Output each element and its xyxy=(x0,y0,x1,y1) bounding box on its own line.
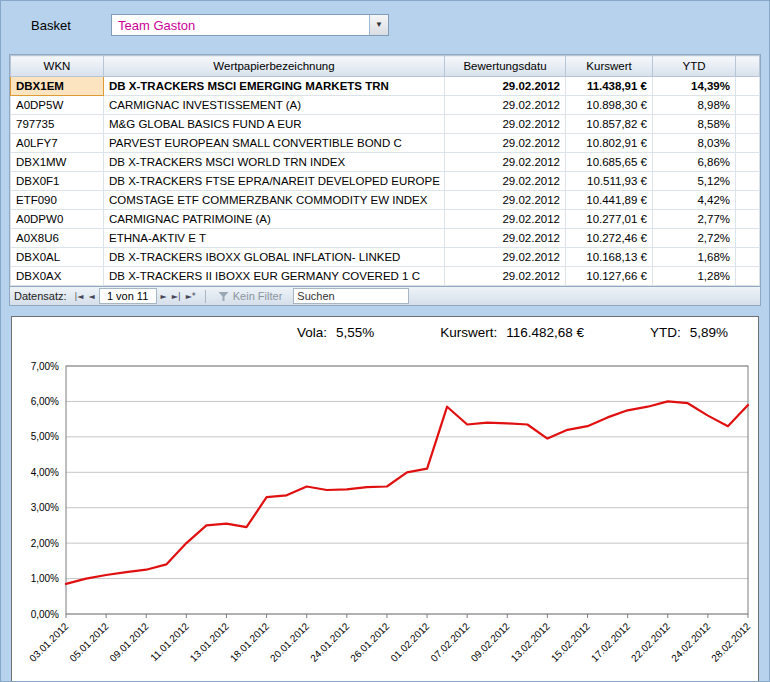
table-row[interactable]: DBX1EMDB X-TRACKERS MSCI EMERGING MARKET… xyxy=(11,77,760,96)
x-axis-tick-label: 13.01.2012 xyxy=(188,620,231,663)
new-record-button[interactable]: ►* xyxy=(185,289,197,304)
cell-wkn[interactable]: ETF090 xyxy=(11,191,104,210)
cell-name[interactable]: DB X-TRACKERS FTSE EPRA/NAREIT DEVELOPED… xyxy=(104,172,445,191)
cell-wkn[interactable]: A0DP5W xyxy=(11,96,104,115)
table-row[interactable]: 797735M&G GLOBAL BASICS FUND A EUR29.02.… xyxy=(11,115,760,134)
cell-value[interactable]: 10.685,65 € xyxy=(566,153,653,172)
cell-name[interactable]: PARVEST EUROPEAN SMALL CONVERTIBLE BOND … xyxy=(104,134,445,153)
cell-wkn[interactable]: DBX1MW xyxy=(11,153,104,172)
cell-ytd[interactable]: 2,72% xyxy=(653,229,736,248)
x-axis-tick-label: 24.01.2012 xyxy=(308,620,351,663)
cell-filler xyxy=(736,77,760,96)
table-row[interactable]: A0X8U6ETHNA-AKTIV E T29.02.201210.272,46… xyxy=(11,229,760,248)
cell-name[interactable]: CARMIGNAC PATRIMOINE (A) xyxy=(104,210,445,229)
divider xyxy=(205,290,206,303)
cell-value[interactable]: 10.272,46 € xyxy=(566,229,653,248)
cell-wkn[interactable]: 797735 xyxy=(11,115,104,134)
cell-ytd[interactable]: 6,86% xyxy=(653,153,736,172)
previous-record-button[interactable]: ◄ xyxy=(87,289,95,304)
cell-date[interactable]: 29.02.2012 xyxy=(445,191,566,210)
cell-filler xyxy=(736,267,760,286)
record-position-field[interactable] xyxy=(99,288,157,304)
securities-table: WKNWertpapierbezeichnungBewertungsdatuKu… xyxy=(9,54,761,287)
table-row[interactable]: ETF090COMSTAGE ETF COMMERZBANK COMMODITY… xyxy=(11,191,760,210)
column-header-date[interactable]: Bewertungsdatu xyxy=(445,56,566,77)
cell-date[interactable]: 29.02.2012 xyxy=(445,267,566,286)
ytd-value: 5,89% xyxy=(690,325,728,340)
basket-combobox[interactable]: Team Gaston ▼ xyxy=(111,14,389,36)
x-axis-tick-label: 26.01.2012 xyxy=(348,620,391,663)
cell-value[interactable]: 10.127,66 € xyxy=(566,267,653,286)
cell-value[interactable]: 11.438,91 € xyxy=(566,77,653,96)
cell-ytd[interactable]: 4,42% xyxy=(653,191,736,210)
cell-filler xyxy=(736,96,760,115)
table-row[interactable]: A0DP5WCARMIGNAC INVESTISSEMENT (A)29.02.… xyxy=(11,96,760,115)
cell-ytd[interactable]: 8,03% xyxy=(653,134,736,153)
table-row[interactable]: DBX1MWDB X-TRACKERS MSCI WORLD TRN INDEX… xyxy=(11,153,760,172)
cell-value[interactable]: 10.857,82 € xyxy=(566,115,653,134)
cell-name[interactable]: COMSTAGE ETF COMMERZBANK COMMODITY EW IN… xyxy=(104,191,445,210)
column-header-name[interactable]: Wertpapierbezeichnung xyxy=(104,56,445,77)
column-header-wkn[interactable]: WKN xyxy=(11,56,104,77)
cell-wkn[interactable]: A0LFY7 xyxy=(11,134,104,153)
cell-wkn[interactable]: A0X8U6 xyxy=(11,229,104,248)
cell-ytd[interactable]: 14,39% xyxy=(653,77,736,96)
cell-value[interactable]: 10.277,01 € xyxy=(566,210,653,229)
cell-value[interactable]: 10.802,91 € xyxy=(566,134,653,153)
table-row[interactable]: DBX0AXDB X-TRACKERS II IBOXX EUR GERMANY… xyxy=(11,267,760,286)
cell-ytd[interactable]: 8,98% xyxy=(653,96,736,115)
x-axis-tick-label: 28.02.2012 xyxy=(709,620,752,663)
cell-date[interactable]: 29.02.2012 xyxy=(445,210,566,229)
x-axis-tick-label: 24.02.2012 xyxy=(669,620,712,663)
table-row[interactable]: A0DPW0CARMIGNAC PATRIMOINE (A)29.02.2012… xyxy=(11,210,760,229)
cell-ytd[interactable]: 1,28% xyxy=(653,267,736,286)
cell-name[interactable]: CARMIGNAC INVESTISSEMENT (A) xyxy=(104,96,445,115)
cell-value[interactable]: 10.898,30 € xyxy=(566,96,653,115)
basket-window: Basket Team Gaston ▼ WKNWertpapierbezeic… xyxy=(0,0,770,682)
cell-ytd[interactable]: 2,77% xyxy=(653,210,736,229)
cell-value[interactable]: 10.441,89 € xyxy=(566,191,653,210)
cell-date[interactable]: 29.02.2012 xyxy=(445,134,566,153)
x-axis-tick-label: 05.01.2012 xyxy=(67,620,110,663)
search-input[interactable] xyxy=(293,288,409,304)
cell-ytd[interactable]: 5,12% xyxy=(653,172,736,191)
cell-date[interactable]: 29.02.2012 xyxy=(445,115,566,134)
next-record-button[interactable]: ► xyxy=(160,289,168,304)
cell-name[interactable]: M&G GLOBAL BASICS FUND A EUR xyxy=(104,115,445,134)
filter-button[interactable]: Kein Filter xyxy=(214,290,287,302)
table-row[interactable]: DBX0F1DB X-TRACKERS FTSE EPRA/NAREIT DEV… xyxy=(11,172,760,191)
table-row[interactable]: DBX0ALDB X-TRACKERS IBOXX GLOBAL INFLATI… xyxy=(11,248,760,267)
y-axis-tick-label: 6,00% xyxy=(31,396,59,407)
kurswert-stat: Kurswert:116.482,68 € xyxy=(440,325,584,343)
cell-wkn[interactable]: DBX0AX xyxy=(11,267,104,286)
y-axis-tick-label: 0,00% xyxy=(31,609,59,620)
cell-name[interactable]: DB X-TRACKERS IBOXX GLOBAL INFLATION- LI… xyxy=(104,248,445,267)
cell-date[interactable]: 29.02.2012 xyxy=(445,96,566,115)
cell-date[interactable]: 29.02.2012 xyxy=(445,153,566,172)
table-row[interactable]: A0LFY7PARVEST EUROPEAN SMALL CONVERTIBLE… xyxy=(11,134,760,153)
first-record-button[interactable]: |◄ xyxy=(74,289,85,304)
last-record-button[interactable]: ►| xyxy=(171,289,182,304)
x-axis-tick-label: 11.01.2012 xyxy=(148,620,191,663)
cell-value[interactable]: 10.511,93 € xyxy=(566,172,653,191)
cell-wkn[interactable]: DBX1EM xyxy=(11,77,104,96)
cell-wkn[interactable]: A0DPW0 xyxy=(11,210,104,229)
column-header-ytd[interactable]: YTD xyxy=(653,56,736,77)
combobox-dropdown-button[interactable]: ▼ xyxy=(369,15,388,35)
cell-filler xyxy=(736,210,760,229)
record-navigation-bar: Datensatz: |◄ ◄ ► ►| ►* Kein Filter xyxy=(9,287,761,306)
column-header-value[interactable]: Kurswert xyxy=(566,56,653,77)
cell-value[interactable]: 10.168,13 € xyxy=(566,248,653,267)
cell-date[interactable]: 29.02.2012 xyxy=(445,248,566,267)
cell-ytd[interactable]: 8,58% xyxy=(653,115,736,134)
cell-name[interactable]: DB X-TRACKERS MSCI EMERGING MARKETS TRN xyxy=(104,77,445,96)
cell-wkn[interactable]: DBX0AL xyxy=(11,248,104,267)
cell-name[interactable]: DB X-TRACKERS II IBOXX EUR GERMANY COVER… xyxy=(104,267,445,286)
cell-ytd[interactable]: 1,68% xyxy=(653,248,736,267)
cell-name[interactable]: DB X-TRACKERS MSCI WORLD TRN INDEX xyxy=(104,153,445,172)
cell-wkn[interactable]: DBX0F1 xyxy=(11,172,104,191)
cell-date[interactable]: 29.02.2012 xyxy=(445,172,566,191)
cell-date[interactable]: 29.02.2012 xyxy=(445,77,566,96)
cell-date[interactable]: 29.02.2012 xyxy=(445,229,566,248)
cell-name[interactable]: ETHNA-AKTIV E T xyxy=(104,229,445,248)
